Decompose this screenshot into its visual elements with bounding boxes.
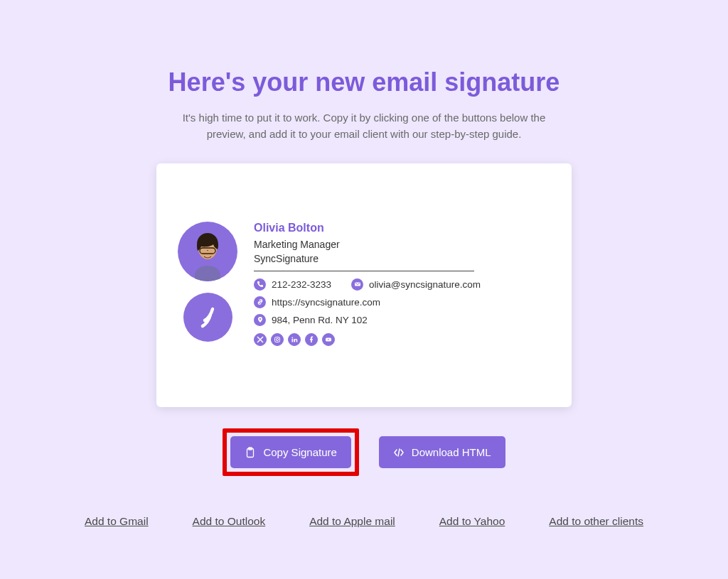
add-to-other-clients-link[interactable]: Add to other clients	[549, 515, 643, 528]
svg-rect-7	[292, 339, 294, 342]
add-to-outlook-link[interactable]: Add to Outlook	[193, 515, 266, 528]
website-item: https://syncsignature.com	[254, 296, 380, 308]
add-to-apple-mail-link[interactable]: Add to Apple mail	[309, 515, 395, 528]
link-icon	[254, 296, 266, 308]
copy-signature-button[interactable]: Copy Signature	[230, 436, 350, 468]
divider	[254, 271, 474, 271]
signature-title: Marketing Manager	[254, 237, 554, 251]
website-text: https://syncsignature.com	[272, 297, 380, 308]
instagram-icon[interactable]	[271, 333, 284, 346]
add-to-yahoo-link[interactable]: Add to Yahoo	[439, 515, 505, 528]
facebook-icon[interactable]	[305, 333, 318, 346]
email-icon	[351, 278, 363, 291]
page-title: Here's your new email signature	[168, 67, 560, 97]
address-item: 984, Penn Rd. NY 102	[254, 314, 368, 326]
svg-point-3	[259, 318, 260, 320]
code-icon	[393, 447, 405, 458]
address-text: 984, Penn Rd. NY 102	[272, 315, 368, 325]
svg-point-6	[279, 337, 279, 338]
youtube-icon[interactable]	[322, 333, 335, 346]
email-text: olivia@syncsignature.com	[369, 279, 481, 290]
location-icon	[254, 314, 266, 326]
email-item: olivia@syncsignature.com	[351, 278, 481, 291]
highlight-annotation: Copy Signature	[223, 428, 358, 476]
download-html-button[interactable]: Download HTML	[379, 436, 505, 468]
page-subtitle: It's high time to put it to work. Copy i…	[168, 110, 560, 142]
phone-item: 212-232-3233	[254, 278, 331, 291]
add-to-gmail-link[interactable]: Add to Gmail	[85, 515, 149, 528]
phone-icon	[254, 278, 266, 291]
signature-company: SyncSignature	[254, 251, 554, 266]
phone-text: 212-232-3233	[272, 279, 331, 290]
copy-button-label: Copy Signature	[263, 446, 336, 458]
signature-name: Olivia Bolton	[254, 222, 554, 234]
download-button-label: Download HTML	[412, 446, 491, 458]
company-logo	[183, 293, 232, 342]
svg-point-5	[276, 338, 278, 340]
avatar	[178, 222, 237, 281]
svg-point-8	[291, 337, 293, 338]
linkedin-icon[interactable]	[288, 333, 301, 346]
clipboard-icon	[245, 447, 256, 458]
signature-preview-card: Olivia Bolton Marketing Manager SyncSign…	[156, 163, 572, 407]
x-icon[interactable]	[254, 333, 267, 346]
